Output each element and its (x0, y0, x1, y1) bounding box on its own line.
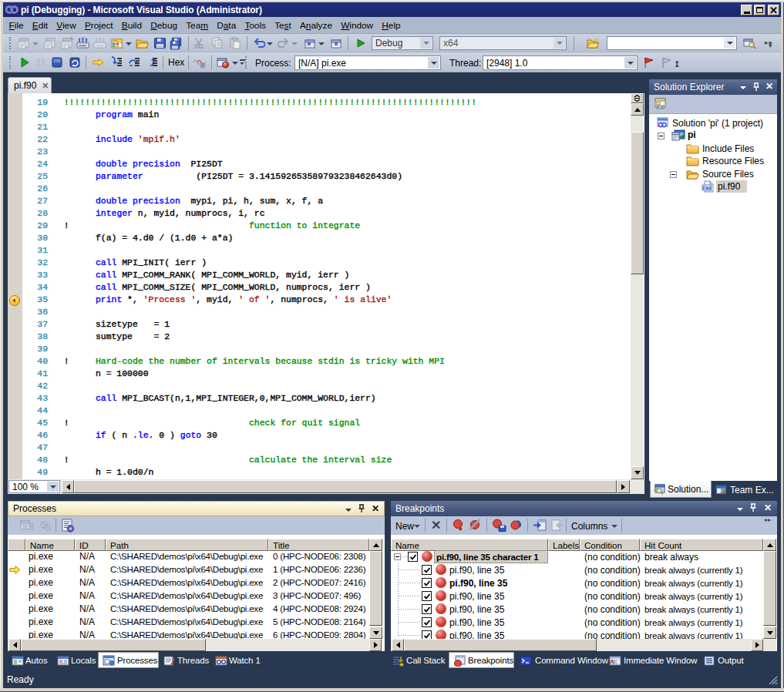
svg-text:F90: F90 (703, 185, 712, 190)
